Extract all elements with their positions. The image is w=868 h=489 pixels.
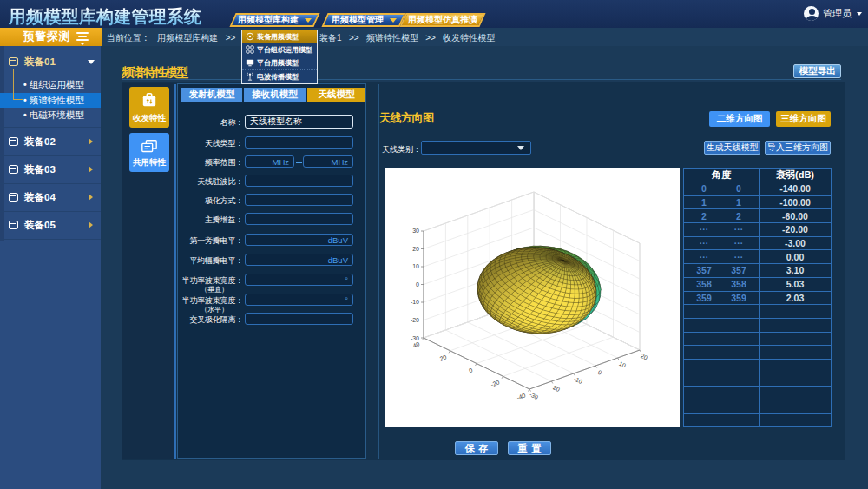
svg-text:20: 20 [412,246,419,252]
svg-text:30: 30 [412,228,419,234]
svg-text:0: 0 [416,281,419,287]
svg-text:10: 10 [412,263,419,269]
svg-text:-10: -10 [411,299,419,305]
svg-text:-20: -20 [411,317,419,323]
